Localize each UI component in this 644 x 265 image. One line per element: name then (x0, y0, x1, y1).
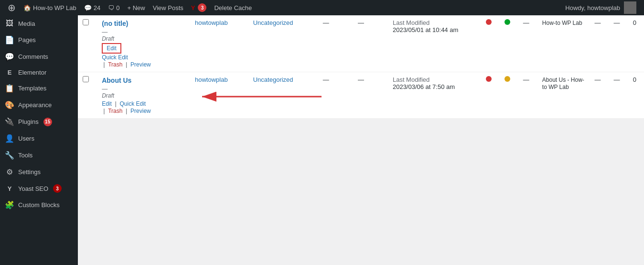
main-content: (no title) — Draft Edit Quick Edit (78, 15, 644, 265)
row2-slug-cell: About Us - How-to WP Lab (537, 72, 590, 119)
tools-icon: 🔧 (5, 151, 14, 160)
yoast-button[interactable]: Y 3 (187, 0, 211, 15)
custom-blocks-icon: 🧩 (5, 200, 14, 210)
sidebar-item-appearance[interactable]: 🎨 Appearance (0, 97, 78, 113)
sidebar-item-tools-label: Tools (18, 152, 32, 159)
row1-category-link[interactable]: Uncategorized (253, 19, 293, 26)
comments-sidebar-icon: 💬 (5, 52, 14, 61)
row1-count-cell: 0 (628, 15, 644, 72)
row1-date-value: 2023/05/01 at 10:44 am (393, 26, 476, 33)
sidebar-item-yoast-seo-label: Yoast SEO (18, 185, 48, 192)
sidebar-item-settings-label: Settings (18, 168, 41, 176)
row1-dot2-cell (500, 15, 518, 72)
wp-logo-icon: ⊕ (8, 2, 16, 13)
comments-count: 24 (94, 4, 100, 11)
row1-checkbox[interactable] (83, 19, 89, 25)
sidebar-item-plugins-label: Plugins (18, 118, 39, 125)
row2-comments: — (358, 76, 364, 83)
row2-dash3-cell: — (609, 72, 628, 119)
yoast-seo-icon: Y (5, 185, 14, 192)
wp-logo-button[interactable]: ⊕ (4, 0, 20, 15)
plugins-icon: 🔌 (5, 117, 14, 126)
row1-edit-link[interactable]: Edit (107, 45, 117, 52)
row1-dash3-cell: — (609, 15, 628, 72)
row2-author-link[interactable]: howtowplab (195, 76, 228, 83)
row1-title-cell: (no title) — Draft Edit Quick Edit (97, 15, 190, 72)
sidebar-item-appearance-label: Appearance (18, 101, 52, 109)
yoast-badge: 3 (198, 3, 206, 12)
row2-category-link[interactable]: Uncategorized (253, 76, 293, 83)
posts-table: (no title) — Draft Edit Quick Edit (78, 15, 644, 119)
users-icon: 👤 (5, 134, 14, 143)
row1-preview-link[interactable]: Preview (130, 61, 151, 68)
row1-dot2 (504, 19, 510, 25)
row2-dash1: — (523, 76, 529, 83)
row1-edit-box: Edit (102, 43, 121, 54)
row1-dash1: — (523, 19, 529, 26)
sidebar-item-media[interactable]: 🖼 Media (0, 15, 78, 32)
yoast-icon: Y (191, 4, 195, 11)
row1-quick-edit-link[interactable]: Quick Edit (102, 54, 128, 61)
row2-comments-cell: — (353, 72, 388, 119)
sidebar-item-yoast-seo[interactable]: Y Yoast SEO 3 (0, 180, 78, 197)
appearance-icon: 🎨 (5, 100, 14, 110)
row2-tags-cell: — (318, 72, 353, 119)
sidebar-item-settings[interactable]: ⚙ Settings (0, 164, 78, 180)
home-icon: 🏠 (23, 4, 31, 11)
delete-cache-button[interactable]: Delete Cache (210, 0, 256, 15)
row1-dash1-cell: — (518, 15, 537, 72)
speech-bubble-icon: 🗨 (108, 4, 114, 11)
row1-date-cell: Last Modified 2023/05/01 at 10:44 am (388, 15, 481, 72)
site-name-label: How-to WP Lab (33, 4, 76, 11)
row2-checkbox-cell (78, 72, 97, 119)
row1-checkbox-cell (78, 15, 97, 72)
row1-title-link[interactable]: (no title) (102, 20, 128, 27)
row2-edit-link[interactable]: Edit (102, 100, 112, 107)
row1-dash3: — (614, 19, 620, 26)
howdy-button[interactable]: Howdy, howtowplab (561, 0, 640, 15)
row1-slug: How-to WP Lab (542, 20, 582, 26)
row1-status: Draft (102, 35, 185, 42)
settings-icon: ⚙ (5, 167, 14, 177)
sidebar-item-comments[interactable]: 💬 Comments (0, 48, 78, 65)
sidebar-item-media-label: Media (18, 20, 35, 27)
delete-cache-label: Delete Cache (214, 4, 252, 11)
row2-dot1 (486, 76, 492, 82)
sidebar-item-pages-label: Pages (18, 36, 36, 44)
site-name-button[interactable]: 🏠 How-to WP Lab (20, 0, 80, 15)
row2-quick-edit-link[interactable]: Quick Edit (120, 100, 146, 107)
row1-trash-link[interactable]: Trash (108, 61, 122, 68)
sidebar-item-tools[interactable]: 🔧 Tools (0, 147, 78, 164)
row1-tags-cell: — (318, 15, 353, 72)
sidebar-item-plugins[interactable]: 🔌 Plugins 15 (0, 113, 78, 130)
new-content-button[interactable]: + New (124, 0, 149, 15)
row2-status: Draft (102, 92, 185, 99)
view-posts-button[interactable]: View Posts (149, 0, 187, 15)
row2-trash-link[interactable]: Trash (108, 108, 122, 114)
row2-dash2-cell: — (590, 72, 609, 119)
comments-bubble-button[interactable]: 🗨 0 (104, 0, 123, 15)
row2-preview-link[interactable]: Preview (130, 108, 151, 114)
row1-dot1 (486, 19, 492, 25)
row2-tags: — (323, 76, 329, 83)
row2-title-link[interactable]: About Us (102, 77, 131, 84)
sidebar-item-pages[interactable]: 📄 Pages (0, 32, 78, 48)
row1-author-link[interactable]: howtowplab (195, 19, 228, 26)
pages-icon: 📄 (5, 35, 14, 44)
row1-tags: — (323, 19, 329, 26)
sidebar-item-comments-label: Comments (18, 53, 48, 60)
row2-checkbox[interactable] (83, 76, 89, 82)
row1-comments-cell: — (353, 15, 388, 72)
media-icon: 🖼 (5, 19, 14, 28)
plugins-badge: 15 (43, 118, 52, 126)
sidebar-item-users[interactable]: 👤 Users (0, 130, 78, 147)
row2-count: 0 (633, 76, 636, 83)
sidebar-item-users-label: Users (18, 135, 34, 142)
sidebar-item-custom-blocks[interactable]: 🧩 Custom Blocks (0, 197, 78, 213)
comments-button[interactable]: 💬 24 (80, 0, 104, 15)
sidebar-item-elementor[interactable]: E Elementor (0, 65, 78, 80)
row1-actions: Edit Quick Edit | Trash | Preview (102, 43, 185, 68)
row1-category-cell: Uncategorized (248, 15, 318, 72)
templates-icon: 📋 (5, 84, 14, 93)
sidebar-item-templates[interactable]: 📋 Templates (0, 80, 78, 97)
